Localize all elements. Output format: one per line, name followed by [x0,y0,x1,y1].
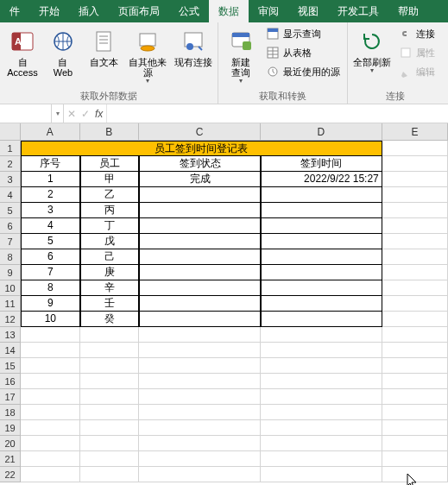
cell-time[interactable] [261,249,382,265]
cell-emp[interactable]: 丙 [80,203,140,218]
row-header[interactable]: 13 [0,327,21,343]
cell[interactable] [382,343,448,358]
cell[interactable] [382,327,448,343]
cell[interactable] [382,436,448,451]
cell[interactable] [80,436,140,451]
accept-formula-button[interactable]: ✓ [81,108,90,120]
cell[interactable] [21,451,80,467]
cell[interactable] [382,420,448,436]
cell-status[interactable] [139,203,261,218]
cell-seq[interactable]: 2 [21,187,80,203]
cell[interactable] [80,451,140,467]
cell[interactable] [382,156,448,172]
tab-formulas[interactable]: 公式 [169,0,209,22]
name-box-input[interactable] [3,108,47,120]
cell-emp[interactable]: 己 [80,249,140,265]
cell[interactable] [382,280,448,296]
cancel-formula-button[interactable]: ✕ [67,108,76,120]
cell-status[interactable]: 完成 [139,172,261,187]
cell[interactable] [139,358,261,374]
cell-time[interactable]: 2022/9/22 15:27 [261,172,382,187]
row-header[interactable]: 21 [0,451,21,467]
cell[interactable] [80,343,140,358]
row-header[interactable]: 5 [0,203,21,218]
cell[interactable] [80,374,140,389]
row-header[interactable]: 7 [0,234,21,249]
cell[interactable] [261,467,382,482]
cell-emp[interactable]: 乙 [80,187,140,203]
row-header[interactable]: 22 [0,467,21,482]
cell-status[interactable] [139,218,261,234]
cell-seq[interactable]: 7 [21,265,80,280]
row-header[interactable]: 12 [0,312,21,327]
header-time[interactable]: 签到时间 [261,156,382,172]
tab-page-layout[interactable]: 页面布局 [109,0,169,22]
cell-time[interactable] [261,203,382,218]
header-emp[interactable]: 员工 [80,156,140,172]
fx-button[interactable]: fx [95,108,103,120]
cell-emp[interactable]: 庚 [80,265,140,280]
new-query-button[interactable]: 新建 查询 ▾ [222,25,260,87]
row-header[interactable]: 17 [0,389,21,405]
row-header[interactable]: 2 [0,156,21,172]
cell[interactable] [382,234,448,249]
column-header-A[interactable]: A [21,123,80,141]
cell[interactable] [261,451,382,467]
row-header[interactable]: 19 [0,420,21,436]
cell[interactable] [139,467,261,482]
cell[interactable] [139,405,261,420]
properties-button[interactable]: 属性 [395,44,439,61]
cell[interactable] [382,374,448,389]
header-status[interactable]: 签到状态 [139,156,261,172]
cell[interactable] [80,420,140,436]
cell[interactable] [382,405,448,420]
row-header[interactable]: 15 [0,358,21,374]
cell-emp[interactable]: 戊 [80,234,140,249]
column-header-C[interactable]: C [139,123,261,141]
tab-developer[interactable]: 开发工具 [328,0,388,22]
header-seq[interactable]: 序号 [21,156,80,172]
cell[interactable] [21,327,80,343]
tab-help-partial[interactable]: 帮助 [388,0,428,22]
cell-time[interactable] [261,187,382,203]
cell[interactable] [382,141,448,156]
cell[interactable] [80,389,140,405]
cell[interactable] [21,405,80,420]
row-header[interactable]: 18 [0,405,21,420]
show-queries-button[interactable]: 显示查询 [262,25,344,42]
cell-time[interactable] [261,296,382,312]
cell-time[interactable] [261,312,382,327]
cell[interactable] [261,420,382,436]
cell[interactable] [382,187,448,203]
cell-seq[interactable]: 8 [21,280,80,296]
cell[interactable] [261,436,382,451]
cell-time[interactable] [261,234,382,249]
row-header[interactable]: 11 [0,296,21,312]
cell[interactable] [139,374,261,389]
cell-emp[interactable]: 甲 [80,172,140,187]
cell[interactable] [80,327,140,343]
title-cell[interactable]: 员工签到时间登记表 [21,141,382,156]
edit-links-button[interactable]: 编辑 [395,63,439,80]
cell-seq[interactable]: 10 [21,312,80,327]
column-header-B[interactable]: B [80,123,140,141]
tab-insert[interactable]: 插入 [69,0,109,22]
cell-status[interactable] [139,312,261,327]
from-access-button[interactable]: A 自 Access [3,25,41,80]
from-text-button[interactable]: 自文本 [85,25,123,70]
cell[interactable] [21,389,80,405]
from-table-button[interactable]: 从表格 [262,44,344,61]
cell[interactable] [382,451,448,467]
cell[interactable] [382,249,448,265]
cell-seq[interactable]: 5 [21,234,80,249]
cell[interactable] [382,203,448,218]
formula-input[interactable] [112,108,443,120]
cell-seq[interactable]: 1 [21,172,80,187]
tab-file-partial[interactable]: 件 [0,0,29,22]
cell[interactable] [139,327,261,343]
cell[interactable] [21,358,80,374]
row-header[interactable]: 9 [0,265,21,280]
row-header[interactable]: 8 [0,249,21,265]
cell[interactable] [261,358,382,374]
row-header[interactable]: 20 [0,436,21,451]
